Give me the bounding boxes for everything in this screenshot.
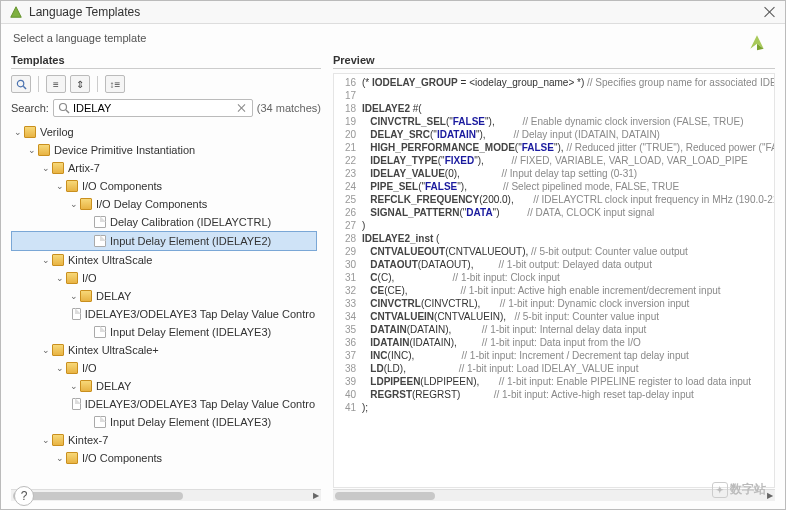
folder-icon — [66, 452, 78, 464]
expand-tool-button[interactable]: ⇕ — [70, 75, 90, 93]
tree-folder[interactable]: ⌄Device Primitive Instantiation — [11, 141, 317, 159]
tree-label: Delay Calibration (IDELAYCTRL) — [110, 213, 271, 231]
titlebar: Language Templates — [1, 1, 785, 24]
tree-label: DELAY — [96, 377, 131, 395]
code-line: 30 DATAOUT(DATAOUT), // 1-bit output: De… — [334, 258, 774, 271]
line-content: (* IODELAY_GROUP = <iodelay_group_name> … — [362, 76, 775, 89]
line-content: DATAOUT(DATAOUT), // 1-bit output: Delay… — [362, 258, 774, 271]
preview-h-scrollbar[interactable]: ◀▶ — [333, 489, 775, 501]
help-button[interactable]: ? — [14, 486, 34, 506]
search-input[interactable] — [72, 101, 236, 115]
tree-folder[interactable]: ⌄Kintex UltraScale — [11, 251, 317, 269]
line-number: 36 — [334, 336, 362, 349]
tree-label: IDELAYE3/ODELAYE3 Tap Delay Value Contro — [85, 395, 315, 413]
code-line: 39 LDPIPEEN(LDPIPEEN), // 1-bit input: E… — [334, 375, 774, 388]
line-number: 22 — [334, 154, 362, 167]
search-tool-button[interactable] — [11, 75, 31, 93]
code-line: 33 CINVCTRL(CINVCTRL), // 1-bit input: D… — [334, 297, 774, 310]
tree-folder[interactable]: ⌄I/O — [11, 269, 317, 287]
line-number: 19 — [334, 115, 362, 128]
tree-scroll[interactable]: ⌄Verilog⌄Device Primitive Instantiation⌄… — [11, 123, 321, 488]
tree-h-scrollbar[interactable]: ◀▶ — [11, 489, 321, 501]
preview-panel: Preview 16(* IODELAY_GROUP = <iodelay_gr… — [333, 52, 775, 501]
code-line: 36 IDATAIN(IDATAIN), // 1-bit input: Dat… — [334, 336, 774, 349]
file-icon — [94, 326, 106, 338]
line-number: 34 — [334, 310, 362, 323]
line-content: LDPIPEEN(LDPIPEEN), // 1-bit input: Enab… — [362, 375, 774, 388]
tree-item[interactable]: Input Delay Element (IDELAYE3) — [11, 323, 317, 341]
line-content: IDATAIN(IDATAIN), // 1-bit input: Data i… — [362, 336, 774, 349]
line-number: 26 — [334, 206, 362, 219]
line-content: REGRST(REGRST) // 1-bit input: Active-hi… — [362, 388, 774, 401]
toolbar-separator — [38, 76, 39, 92]
tree-item[interactable]: Input Delay Element (IDELAYE3) — [11, 413, 317, 431]
window-title: Language Templates — [29, 5, 763, 19]
line-content: HIGH_PERFORMANCE_MODE("FALSE"), // Reduc… — [362, 141, 775, 154]
code-line: 21 HIGH_PERFORMANCE_MODE("FALSE"), // Re… — [334, 141, 774, 154]
tree-folder[interactable]: ⌄Kintex-7 — [11, 431, 317, 449]
line-content: ); — [362, 401, 774, 414]
tree-label: IDELAYE3/ODELAYE3 Tap Delay Value Contro — [85, 305, 315, 323]
line-content: CINVCTRL(CINVCTRL), // 1-bit input: Dyna… — [362, 297, 774, 310]
close-icon[interactable] — [763, 5, 777, 19]
tree-label: Verilog — [40, 123, 74, 141]
line-number: 39 — [334, 375, 362, 388]
svg-point-2 — [59, 104, 66, 111]
collapse-tool-button[interactable]: ≡ — [46, 75, 66, 93]
line-number: 21 — [334, 141, 362, 154]
folder-icon — [80, 198, 92, 210]
line-number: 38 — [334, 362, 362, 375]
line-content: REFCLK_FREQUENCY(200.0), // IDELAYCTRL c… — [362, 193, 775, 206]
line-number: 27 — [334, 219, 362, 232]
folder-icon — [80, 290, 92, 302]
folder-icon — [66, 272, 78, 284]
dialog-subtitle: Select a language template — [1, 24, 158, 52]
sort-tool-button[interactable]: ↕≡ — [105, 75, 125, 93]
clear-search-icon[interactable] — [236, 102, 248, 114]
tree-folder[interactable]: ⌄I/O Components — [11, 177, 317, 195]
line-content: DELAY_SRC("IDATAIN"), // Delay input (ID… — [362, 128, 774, 141]
svg-point-0 — [17, 80, 23, 86]
line-number: 28 — [334, 232, 362, 245]
tree-item[interactable]: IDELAYE3/ODELAYE3 Tap Delay Value Contro — [11, 395, 317, 413]
vendor-logo — [747, 32, 767, 52]
code-line: 23 IDELAY_VALUE(0), // Input delay tap s… — [334, 167, 774, 180]
tree-folder[interactable]: ⌄Verilog — [11, 123, 317, 141]
tree-item[interactable]: Delay Calibration (IDELAYCTRL) — [11, 213, 317, 231]
line-number: 31 — [334, 271, 362, 284]
tree-folder[interactable]: ⌄I/O Delay Components — [11, 195, 317, 213]
line-number: 32 — [334, 284, 362, 297]
preview-scroll[interactable]: 16(* IODELAY_GROUP = <iodelay_group_name… — [333, 73, 775, 488]
code-line: 26 SIGNAL_PATTERN("DATA") // DATA, CLOCK… — [334, 206, 774, 219]
tree-folder[interactable]: ⌄Artix-7 — [11, 159, 317, 177]
tree-item[interactable]: Input Delay Element (IDELAYE2) — [11, 231, 317, 251]
tree-folder[interactable]: ⌄DELAY — [11, 287, 317, 305]
tree-folder[interactable]: ⌄DELAY — [11, 377, 317, 395]
tree-label: Input Delay Element (IDELAYE2) — [110, 232, 271, 250]
file-icon — [94, 416, 106, 428]
line-number: 25 — [334, 193, 362, 206]
tree-folder[interactable]: ⌄I/O Components — [11, 449, 317, 467]
tree-folder[interactable]: ⌄I/O — [11, 359, 317, 377]
tree-folder[interactable]: ⌄Kintex UltraScale+ — [11, 341, 317, 359]
search-row: Search: (34 matches) — [11, 99, 321, 117]
line-number: 16 — [334, 76, 362, 89]
line-content: IDELAYE2 #( — [362, 102, 774, 115]
folder-icon — [24, 126, 36, 138]
folder-icon — [66, 180, 78, 192]
tree-label: I/O — [82, 359, 97, 377]
tree-item[interactable]: IDELAYE3/ODELAYE3 Tap Delay Value Contro — [11, 305, 317, 323]
app-icon — [9, 5, 23, 19]
file-icon — [94, 216, 106, 228]
code-line: 22 IDELAY_TYPE("FIXED"), // FIXED, VARIA… — [334, 154, 774, 167]
code-line: 41); — [334, 401, 774, 414]
file-icon — [72, 308, 81, 320]
line-content: IDELAYE2_inst ( — [362, 232, 774, 245]
tree-label: Input Delay Element (IDELAYE3) — [110, 413, 271, 431]
toolbar-separator — [97, 76, 98, 92]
code-line: 17 — [334, 89, 774, 102]
code-line: 37 INC(INC), // 1-bit input: Increment /… — [334, 349, 774, 362]
line-number: 20 — [334, 128, 362, 141]
folder-icon — [52, 254, 64, 266]
tree-label: I/O Components — [82, 449, 162, 467]
